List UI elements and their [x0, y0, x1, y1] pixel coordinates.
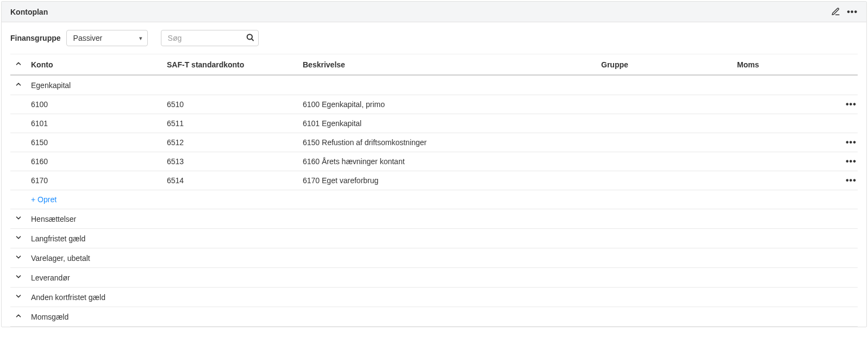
- cell-beskrivelse: 6101 Egenkapital: [298, 114, 597, 133]
- chevron-up-icon[interactable]: [15, 80, 23, 88]
- more-icon[interactable]: •••: [846, 138, 857, 147]
- group-row[interactable]: Egenkapital: [10, 75, 858, 95]
- more-icon[interactable]: •••: [846, 176, 857, 185]
- table-row[interactable]: 610165116101 Egenkapital: [10, 114, 858, 133]
- group-row[interactable]: Momsgæld: [10, 307, 858, 327]
- finance-group-select[interactable]: Passiver: [66, 30, 148, 46]
- accounts-table: Konto SAF-T standardkonto Beskrivelse Gr…: [10, 54, 858, 327]
- cell-konto: 6150: [27, 133, 163, 152]
- cell-gruppe: [597, 95, 733, 114]
- row-actions[interactable]: •••: [841, 133, 858, 152]
- table-row[interactable]: 610065106100 Egenkapital, primo•••: [10, 95, 858, 114]
- cell-moms: [733, 133, 841, 152]
- cell-beskrivelse: 6170 Eget vareforbrug: [298, 171, 597, 190]
- cell-gruppe: [597, 152, 733, 171]
- table-row[interactable]: 616065136160 Årets hævninger kontant•••: [10, 152, 858, 171]
- cell-saft: 6512: [163, 133, 298, 152]
- cell-moms: [733, 95, 841, 114]
- cell-konto: 6100: [27, 95, 163, 114]
- group-name: Egenkapital: [27, 75, 841, 95]
- toolbar: Finansgruppe Passiver: [2, 22, 866, 49]
- cell-gruppe: [597, 171, 733, 190]
- collapse-all-icon[interactable]: [15, 60, 23, 67]
- chevron-down-icon[interactable]: [15, 273, 23, 280]
- cell-saft: 6513: [163, 152, 298, 171]
- row-actions[interactable]: •••: [841, 171, 858, 190]
- group-name: Momsgæld: [27, 307, 841, 327]
- cell-konto: 6160: [27, 152, 163, 171]
- row-actions[interactable]: [841, 114, 858, 133]
- group-row[interactable]: Varelager, ubetalt: [10, 248, 858, 268]
- header-actions: •••: [831, 7, 858, 16]
- group-name: Leverandør: [27, 268, 841, 288]
- cell-gruppe: [597, 114, 733, 133]
- table-row[interactable]: 615065126150 Refustion af driftsomkostni…: [10, 133, 858, 152]
- group-name: Hensættelser: [27, 209, 841, 229]
- cell-konto: 6101: [27, 114, 163, 133]
- col-konto[interactable]: Konto: [27, 54, 163, 76]
- col-gruppe[interactable]: Gruppe: [597, 54, 733, 76]
- group-name: Langfristet gæld: [27, 229, 841, 248]
- create-link[interactable]: + Opret: [31, 195, 57, 204]
- row-actions[interactable]: •••: [841, 152, 858, 171]
- group-row[interactable]: Leverandør: [10, 268, 858, 288]
- cell-beskrivelse: 6100 Egenkapital, primo: [298, 95, 597, 114]
- table-row[interactable]: 617065146170 Eget vareforbrug•••: [10, 171, 858, 190]
- more-icon[interactable]: •••: [846, 157, 857, 166]
- panel-header: Kontoplan •••: [2, 2, 866, 22]
- row-actions[interactable]: •••: [841, 95, 858, 114]
- table-header-row: Konto SAF-T standardkonto Beskrivelse Gr…: [10, 54, 858, 76]
- cell-saft: 6514: [163, 171, 298, 190]
- more-icon[interactable]: •••: [847, 8, 858, 16]
- group-name: Anden kortfristet gæld: [27, 288, 841, 307]
- cell-moms: [733, 171, 841, 190]
- page-title: Kontoplan: [10, 8, 48, 16]
- create-row: + Opret: [10, 190, 858, 209]
- group-row[interactable]: Langfristet gæld: [10, 229, 858, 248]
- group-row[interactable]: Hensættelser: [10, 209, 858, 229]
- more-icon[interactable]: •••: [846, 99, 857, 109]
- cell-beskrivelse: 6150 Refustion af driftsomkostninger: [298, 133, 597, 152]
- chevron-up-icon[interactable]: [15, 312, 23, 320]
- col-beskrivelse[interactable]: Beskrivelse: [298, 54, 597, 76]
- chevron-down-icon[interactable]: [15, 214, 23, 222]
- cell-moms: [733, 152, 841, 171]
- kontoplan-panel: Kontoplan ••• Finansgruppe Passiver: [1, 1, 867, 327]
- cell-beskrivelse: 6160 Årets hævninger kontant: [298, 152, 597, 171]
- edit-icon[interactable]: [831, 7, 840, 16]
- cell-gruppe: [597, 133, 733, 152]
- cell-saft: 6511: [163, 114, 298, 133]
- cell-saft: 6510: [163, 95, 298, 114]
- cell-konto: 6170: [27, 171, 163, 190]
- chevron-down-icon[interactable]: [15, 292, 23, 300]
- search-input[interactable]: [161, 30, 259, 46]
- group-row[interactable]: Anden kortfristet gæld: [10, 288, 858, 307]
- col-saft[interactable]: SAF-T standardkonto: [163, 54, 298, 76]
- filter-label: Finansgruppe: [10, 34, 61, 42]
- group-name: Varelager, ubetalt: [27, 248, 841, 268]
- col-moms[interactable]: Moms: [733, 54, 841, 76]
- chevron-down-icon[interactable]: [15, 234, 23, 241]
- chevron-down-icon[interactable]: [15, 253, 23, 261]
- cell-moms: [733, 114, 841, 133]
